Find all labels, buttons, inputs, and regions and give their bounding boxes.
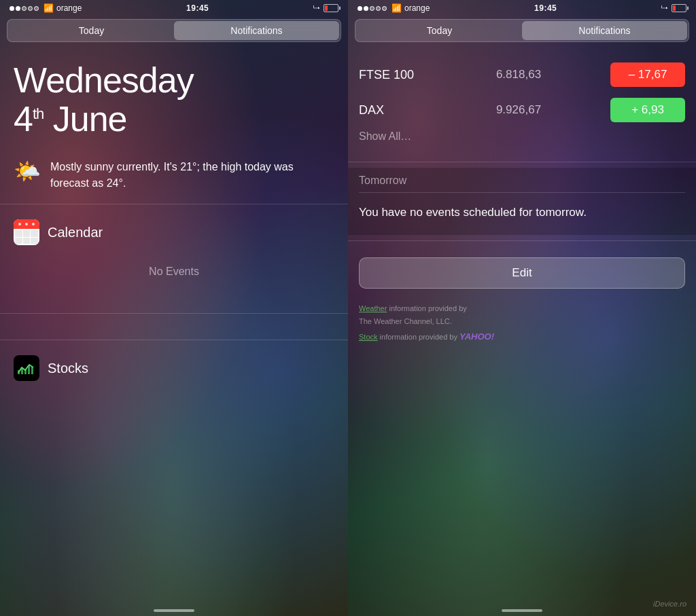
date-day: 4 xyxy=(14,99,33,139)
calendar-section: Calendar No Events xyxy=(0,210,348,308)
wifi-icon: 📶 xyxy=(44,3,54,13)
right-battery xyxy=(672,4,686,12)
right-tab-notifications[interactable]: Notifications xyxy=(522,21,687,40)
stocks-header: Stocks xyxy=(14,355,334,381)
stock-attribution: Stock information provided by YAHOO! xyxy=(359,333,494,341)
edit-button[interactable]: Edit xyxy=(359,257,685,289)
signal-dot-2 xyxy=(16,6,20,11)
calendar-name: Calendar xyxy=(48,225,103,240)
left-bottom-bar xyxy=(0,604,348,616)
stocks-section: Stocks xyxy=(0,346,348,397)
date-sup: th xyxy=(33,105,44,122)
stock-ftse-value: 6.818,63 xyxy=(427,68,610,81)
right-segment-control[interactable]: Today Notifications xyxy=(355,19,689,42)
right-home-indicator[interactable] xyxy=(502,609,542,612)
right-carrier: orange xyxy=(404,3,430,13)
show-all-link[interactable]: Show All… xyxy=(359,128,685,149)
calendar-icon xyxy=(14,219,39,245)
attribution: Weather information provided byThe Weath… xyxy=(348,295,696,355)
tomorrow-divider xyxy=(359,192,685,193)
right-signal-dots xyxy=(358,6,387,11)
yahoo-text: YAHOO! xyxy=(459,331,494,342)
battery-fill xyxy=(325,5,328,11)
stock-attribution-text: information provided by xyxy=(380,333,459,341)
svg-rect-4 xyxy=(31,367,33,374)
stocks-name: Stocks xyxy=(48,361,88,376)
tomorrow-section: Tomorrow You have no events scheduled fo… xyxy=(348,168,696,235)
weather-text: Mostly sunny currently. It's 21°; the hi… xyxy=(50,159,334,192)
svg-rect-2 xyxy=(24,369,27,374)
right-panel: 📶 orange 19:45 ⮡ Today Notifications FTS… xyxy=(348,0,696,616)
divider-3 xyxy=(0,340,348,340)
left-time: 19:45 xyxy=(186,3,209,13)
stock-dax-change: + 6,93 xyxy=(610,98,685,122)
left-status-right: ⮡ xyxy=(313,4,338,12)
left-segment-control[interactable]: Today Notifications xyxy=(7,19,341,42)
right-signal-dot-3 xyxy=(370,6,375,11)
date-line2: 4th June xyxy=(14,100,334,139)
right-divider-1 xyxy=(348,162,696,162)
weather-icon: 🌤️ xyxy=(14,160,41,182)
svg-rect-3 xyxy=(28,365,30,374)
stock-row-ftse: FTSE 100 6.818,63 – 17,67 xyxy=(359,57,685,92)
right-status-right: ⮡ xyxy=(661,4,686,12)
left-panel: 📶 orange 19:45 ⮡ Today Notifications Wed… xyxy=(0,0,348,616)
edit-section: Edit xyxy=(348,247,696,295)
left-content: 📶 orange 19:45 ⮡ Today Notifications Wed… xyxy=(0,0,348,616)
stock-link[interactable]: Stock xyxy=(359,333,378,341)
svg-rect-0 xyxy=(18,370,20,374)
date-month: June xyxy=(44,99,126,139)
right-tab-today[interactable]: Today xyxy=(357,21,522,40)
left-home-indicator[interactable] xyxy=(154,609,194,612)
stock-dax-name: DAX xyxy=(359,103,427,117)
left-status-bar: 📶 orange 19:45 ⮡ xyxy=(0,0,348,15)
right-status-bar: 📶 orange 19:45 ⮡ xyxy=(348,0,696,15)
calendar-header: Calendar xyxy=(14,219,334,245)
tomorrow-label: Tomorrow xyxy=(359,175,685,187)
right-time: 19:45 xyxy=(534,3,557,13)
stock-row-dax: DAX 9.926,67 + 6,93 xyxy=(359,92,685,128)
right-content: 📶 orange 19:45 ⮡ Today Notifications FTS… xyxy=(348,0,696,616)
stocks-icon xyxy=(14,355,39,381)
tomorrow-content: You have no events scheduled for tomorro… xyxy=(359,198,685,231)
left-tab-today[interactable]: Today xyxy=(9,21,174,40)
no-events-text: No Events xyxy=(14,252,334,298)
location-icon: ⮡ xyxy=(313,5,320,12)
weather-attribution: Weather information provided byThe Weath… xyxy=(359,304,467,326)
signal-dot-5 xyxy=(34,6,39,11)
battery-body xyxy=(324,4,338,12)
left-status-left: 📶 orange xyxy=(10,3,82,13)
signal-dot-4 xyxy=(28,6,33,11)
battery xyxy=(324,4,338,12)
right-battery-body xyxy=(672,4,686,12)
date-line1: Wednesday xyxy=(14,61,334,100)
weather-link[interactable]: Weather xyxy=(359,304,387,312)
signal-dot-1 xyxy=(10,6,14,11)
right-location-icon: ⮡ xyxy=(661,5,668,12)
stock-dax-value: 9.926,67 xyxy=(427,103,610,117)
signal-dot-3 xyxy=(22,6,27,11)
right-bottom-bar xyxy=(348,604,696,616)
weather-section: 🌤️ Mostly sunny currently. It's 21°; the… xyxy=(0,145,348,198)
right-wifi-icon: 📶 xyxy=(392,3,402,13)
stock-ftse-name: FTSE 100 xyxy=(359,68,427,82)
svg-rect-1 xyxy=(21,367,23,374)
left-tab-notifications[interactable]: Notifications xyxy=(174,21,339,40)
right-signal-dot-2 xyxy=(364,6,368,11)
stocks-widget: FTSE 100 6.818,63 – 17,67 DAX 9.926,67 +… xyxy=(348,48,696,156)
divider-1 xyxy=(0,204,348,204)
right-battery-fill xyxy=(673,5,676,11)
stock-ftse-change: – 17,67 xyxy=(610,62,685,87)
date-section: Wednesday 4th June xyxy=(0,48,348,145)
right-status-left: 📶 orange xyxy=(358,3,430,13)
right-signal-dot-1 xyxy=(358,6,362,11)
right-signal-dot-5 xyxy=(382,6,387,11)
tomorrow-text: You have no events scheduled for tomorro… xyxy=(359,204,685,221)
right-divider-2 xyxy=(348,240,696,241)
watermark: iDevice.ro xyxy=(653,600,686,608)
divider-2 xyxy=(0,313,348,314)
right-signal-dot-4 xyxy=(376,6,381,11)
signal-dots xyxy=(10,6,39,11)
left-carrier: orange xyxy=(56,3,82,13)
